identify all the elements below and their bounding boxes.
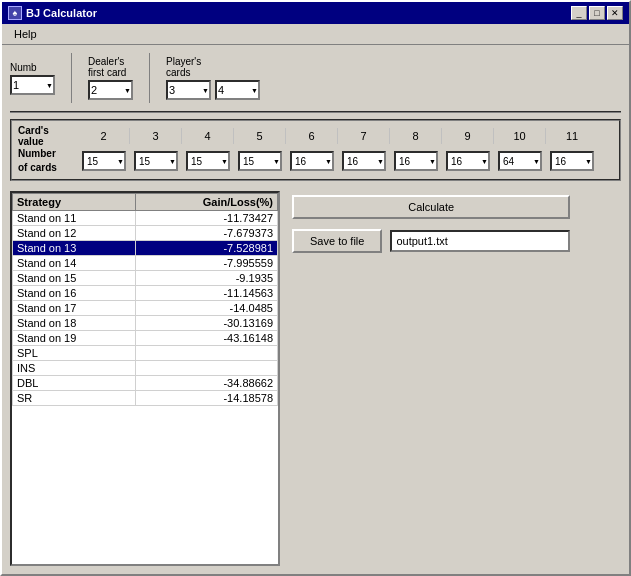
card-val-8: 8 (390, 128, 442, 144)
num-select-4[interactable]: 1516 (186, 151, 230, 171)
number-of-cards-label: Numberof cards (18, 147, 78, 175)
strategy-cell: Stand on 16 (13, 286, 136, 301)
main-window: ♠ BJ Calculator _ □ ✕ Help Numb 123468 (0, 0, 631, 576)
table-row[interactable]: Stand on 15-9.1935 (13, 271, 278, 286)
close-button[interactable]: ✕ (607, 6, 623, 20)
strategy-cell: Stand on 17 (13, 301, 136, 316)
num-select-10[interactable]: 1664 (498, 151, 542, 171)
card-value-label: Card'svalue (18, 125, 78, 147)
bottom-section: Strategy Gain/Loss(%) Stand on 11-11.734… (10, 191, 621, 566)
num-select-7[interactable]: 1516 (342, 151, 386, 171)
gainloss-cell: -7.679373 (135, 226, 277, 241)
table-row[interactable]: Stand on 19-43.16148 (13, 331, 278, 346)
strategy-cell: Stand on 19 (13, 331, 136, 346)
player-card2-select[interactable]: 234567891011 (215, 80, 260, 100)
player-field-group: Player'scards 234567891011 234567891011 (166, 56, 260, 100)
dealer-field-group: Dealer'sfirst card 234567891011 (88, 56, 133, 100)
player-card1-wrapper[interactable]: 234567891011 (166, 80, 211, 100)
strategy-cell: Stand on 12 (13, 226, 136, 241)
table-row[interactable]: INS (13, 361, 278, 376)
window-title: BJ Calculator (26, 7, 97, 19)
card-val-10: 10 (494, 128, 546, 144)
gainloss-cell (135, 346, 277, 361)
player-card1-select[interactable]: 234567891011 (166, 80, 211, 100)
strategy-cell: SR (13, 391, 136, 406)
file-output-input[interactable] (390, 230, 570, 252)
number-select[interactable]: 123468 (10, 75, 55, 95)
gainloss-cell: -43.16148 (135, 331, 277, 346)
title-bar-left: ♠ BJ Calculator (8, 6, 97, 20)
num-cell-11: 1516 (546, 151, 598, 171)
player-card2-wrapper[interactable]: 234567891011 (215, 80, 260, 100)
table-row[interactable]: Stand on 18-30.13169 (13, 316, 278, 331)
number-select-wrapper[interactable]: 123468 (10, 75, 55, 95)
table-row[interactable]: DBL-34.88662 (13, 376, 278, 391)
gainloss-cell: -9.1935 (135, 271, 277, 286)
strategy-cell: Stand on 18 (13, 316, 136, 331)
minimize-button[interactable]: _ (571, 6, 587, 20)
strategy-cell: DBL (13, 376, 136, 391)
player-cards-row: 234567891011 234567891011 (166, 80, 260, 100)
table-row[interactable]: SPL (13, 346, 278, 361)
table-row[interactable]: Stand on 14-7.995559 (13, 256, 278, 271)
number-label: Numb (10, 62, 55, 73)
gainloss-cell: -14.18578 (135, 391, 277, 406)
col-header-strategy: Strategy (13, 194, 136, 211)
strategy-cell: Stand on 11 (13, 211, 136, 226)
number-of-cards-row: Numberof cards 151617 1516 1516 (18, 147, 613, 175)
card-val-3: 3 (130, 128, 182, 144)
gainloss-cell: -30.13169 (135, 316, 277, 331)
gainloss-cell: -34.88662 (135, 376, 277, 391)
card-val-6: 6 (286, 128, 338, 144)
table-row[interactable]: Stand on 11-11.73427 (13, 211, 278, 226)
gainloss-cell: -11.14563 (135, 286, 277, 301)
strategy-cell: INS (13, 361, 136, 376)
table-row[interactable]: SR-14.18578 (13, 391, 278, 406)
num-select-9[interactable]: 1516 (446, 151, 490, 171)
num-select-5[interactable]: 1516 (238, 151, 282, 171)
num-cell-7: 1516 (338, 151, 390, 171)
divider-1 (71, 53, 72, 103)
card-val-11: 11 (546, 128, 598, 144)
num-select-6[interactable]: 1516 (290, 151, 334, 171)
player-label: Player'scards (166, 56, 260, 78)
gainloss-cell: -11.73427 (135, 211, 277, 226)
strategy-cell: Stand on 13 (13, 241, 136, 256)
gainloss-cell: -7.995559 (135, 256, 277, 271)
num-cell-10: 1664 (494, 151, 546, 171)
top-section: Numb 123468 Dealer'sfirst card 234567891… (10, 53, 621, 113)
save-to-file-button[interactable]: Save to file (292, 229, 382, 253)
card-values-row: Card'svalue 2 3 4 5 6 7 8 9 10 11 (18, 125, 613, 147)
card-val-9: 9 (442, 128, 494, 144)
table-row[interactable]: Stand on 13-7.528981 (13, 241, 278, 256)
dealer-select-wrapper[interactable]: 234567891011 (88, 80, 133, 100)
gainloss-cell (135, 361, 277, 376)
content-area: Numb 123468 Dealer'sfirst card 234567891… (2, 45, 629, 574)
num-cell-2: 151617 (78, 151, 130, 171)
menu-help[interactable]: Help (8, 26, 43, 42)
num-select-8[interactable]: 1516 (394, 151, 438, 171)
maximize-button[interactable]: □ (589, 6, 605, 20)
num-select-11[interactable]: 1516 (550, 151, 594, 171)
table-row[interactable]: Stand on 12-7.679373 (13, 226, 278, 241)
num-select-3[interactable]: 1516 (134, 151, 178, 171)
table-row[interactable]: Stand on 16-11.14563 (13, 286, 278, 301)
num-cell-5: 1516 (234, 151, 286, 171)
num-select-2[interactable]: 151617 (82, 151, 126, 171)
strategy-cell: SPL (13, 346, 136, 361)
number-field-group: Numb 123468 (10, 62, 55, 95)
save-row: Save to file (292, 229, 570, 253)
num-cell-3: 1516 (130, 151, 182, 171)
strategy-cell: Stand on 15 (13, 271, 136, 286)
num-cell-4: 1516 (182, 151, 234, 171)
gainloss-cell: -14.0485 (135, 301, 277, 316)
app-icon: ♠ (8, 6, 22, 20)
table-row[interactable]: Stand on 17-14.0485 (13, 301, 278, 316)
menu-bar: Help (2, 24, 629, 45)
num-cell-6: 1516 (286, 151, 338, 171)
calculate-button[interactable]: Calculate (292, 195, 570, 219)
card-val-7: 7 (338, 128, 390, 144)
dealer-select[interactable]: 234567891011 (88, 80, 133, 100)
cards-section: Card'svalue 2 3 4 5 6 7 8 9 10 11 Number… (10, 119, 621, 181)
col-header-gainloss: Gain/Loss(%) (135, 194, 277, 211)
